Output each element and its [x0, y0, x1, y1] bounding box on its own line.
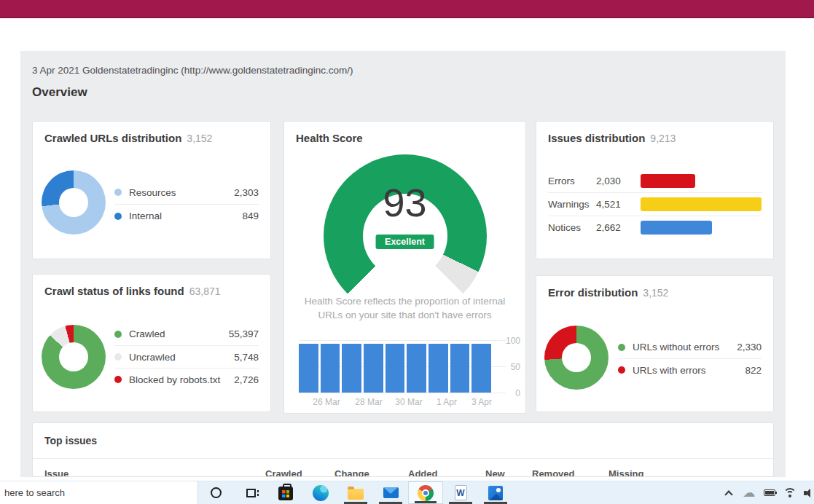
column-header-new: New	[485, 468, 505, 477]
taskbar-app-icons: W	[198, 481, 513, 504]
legend-label: Resources	[129, 187, 234, 198]
card-title: Health Score	[296, 132, 363, 144]
legend-row: Internal 849	[114, 204, 259, 227]
card-issues-distribution: Issues distribution9,213 Errors 2,030 Wa…	[536, 121, 774, 259]
issue-value: 2,030	[596, 176, 641, 186]
wifi-icon	[783, 488, 797, 497]
legend-value: 5,748	[234, 352, 259, 363]
legend-row: URLs with errors 822	[618, 358, 762, 381]
crawl-status-donut	[42, 325, 106, 389]
y-tick: 0	[498, 388, 520, 398]
card-total: 3,152	[187, 133, 212, 144]
edge-icon	[313, 485, 329, 501]
health-history-bar	[450, 344, 470, 393]
card-crawl-status: Crawl status of links found63,871 Crawle…	[32, 274, 271, 412]
onedrive-cloud-icon: ☁	[743, 486, 756, 500]
report-header: 3 Apr 2021 Goldenstatetradinginc (http:/…	[32, 65, 353, 76]
volume-tray-button[interactable]	[804, 486, 814, 500]
edge-button[interactable]	[303, 481, 338, 504]
card-title-text: Error distribution	[548, 286, 638, 299]
card-error-distribution: Error distribution3,152 URLs without err…	[536, 275, 774, 412]
legend-row: Crawled 55,397	[114, 323, 259, 345]
file-explorer-icon	[348, 489, 364, 500]
legend-value: 2,303	[234, 187, 259, 198]
page-title: Overview	[32, 85, 87, 100]
issue-bar-track	[641, 221, 762, 235]
card-health-score: Health Score 93 Excellent Health Score r…	[283, 121, 526, 414]
column-header-added: Added	[408, 468, 437, 477]
card-total: 9,213	[650, 133, 676, 144]
cortana-button[interactable]	[198, 481, 233, 504]
card-crawled-urls-distribution: Crawled URLs distribution3,152 Resources…	[32, 121, 271, 259]
x-tick: 28 Mar	[355, 397, 382, 407]
health-history-bar	[321, 344, 340, 393]
y-tick: 100	[498, 336, 520, 346]
column-header-crawled: Crawled	[265, 468, 302, 477]
task-view-icon	[246, 489, 256, 497]
legend-label: URLs with errors	[633, 365, 745, 376]
legend-value: 2,726	[234, 374, 259, 385]
onedrive-tray-button[interactable]: ☁	[743, 486, 756, 500]
desktop-screen: 3 Apr 2021 Goldenstatetradinginc (http:/…	[0, 0, 814, 504]
card-title-text: Health Score	[296, 132, 363, 144]
issue-value: 2,662	[596, 222, 641, 233]
legend-label: Internal	[129, 210, 242, 221]
urls-without-errors-dot-icon	[618, 344, 625, 351]
card-title-text: Crawled URLs distribution	[44, 132, 181, 144]
legend-row: Resources 2,303	[114, 181, 259, 204]
card-title: Crawl status of links found63,871	[44, 285, 221, 297]
chrome-button[interactable]	[408, 481, 443, 504]
legend-value: 55,397	[229, 328, 259, 339]
x-tick: 3 Apr	[471, 397, 492, 407]
card-title: Top issues	[44, 435, 97, 446]
word-button[interactable]: W	[443, 481, 478, 504]
card-title-text: Crawl status of links found	[44, 285, 184, 297]
card-title: Crawled URLs distribution3,152	[44, 132, 212, 144]
card-title: Issues distribution9,213	[548, 132, 676, 144]
app-top-bar	[0, 0, 814, 18]
crawl-status-legend: Crawled 55,397 Uncrawled 5,748 Blocked b…	[114, 323, 259, 390]
legend-row: Blocked by robots.txt 2,726	[114, 368, 259, 390]
health-score-value: 93	[284, 181, 525, 224]
health-history-bar	[299, 344, 318, 393]
y-tick: 50	[498, 362, 520, 372]
crawled-urls-legend: Resources 2,303 Internal 849	[114, 181, 259, 227]
battery-tray-button[interactable]	[763, 486, 776, 500]
legend-value: 822	[745, 365, 762, 376]
photos-button[interactable]	[478, 481, 513, 504]
divider	[33, 458, 773, 459]
taskbar-search-box[interactable]: here to search	[0, 481, 198, 504]
issue-row-notices: Notices 2,662	[548, 216, 762, 239]
legend-label: URLs without errors	[633, 342, 737, 353]
health-history-bar	[407, 344, 426, 393]
urls-with-errors-dot-icon	[618, 366, 625, 374]
health-description: Health Score reflects the proportion of …	[296, 294, 514, 322]
x-tick: 30 Mar	[395, 397, 422, 407]
issues-rows: Errors 2,030 Warnings 4,521 Notices 2,66…	[548, 169, 762, 239]
health-history-bar	[386, 344, 405, 393]
blocked-dot-icon	[114, 376, 122, 383]
microsoft-logo-icon	[282, 490, 289, 497]
tray-chevron-button[interactable]	[722, 486, 735, 500]
issue-value: 4,521	[596, 199, 641, 210]
legend-value: 849	[242, 210, 259, 221]
issues-bar-fill	[641, 197, 762, 211]
word-icon: W	[455, 485, 467, 500]
task-view-button[interactable]	[233, 481, 268, 504]
volume-icon	[804, 488, 814, 498]
mail-button[interactable]	[373, 481, 408, 504]
health-history-bar	[342, 344, 361, 393]
column-header-missing: Missing	[608, 468, 643, 477]
wifi-tray-button[interactable]	[783, 486, 797, 500]
card-title-text: Top issues	[44, 435, 97, 446]
mail-icon	[383, 487, 399, 498]
cortana-circle-icon	[211, 487, 222, 498]
file-explorer-button[interactable]	[338, 481, 373, 504]
photos-icon	[488, 486, 503, 500]
issues-bar-fill	[641, 221, 712, 235]
legend-label: Uncrawled	[129, 352, 234, 363]
legend-value: 2,330	[737, 342, 762, 353]
microsoft-store-button[interactable]	[268, 481, 303, 504]
column-header-removed: Removed	[532, 468, 575, 477]
card-top-issues: Top issues Issue Crawled Change Added Ne…	[32, 422, 774, 477]
